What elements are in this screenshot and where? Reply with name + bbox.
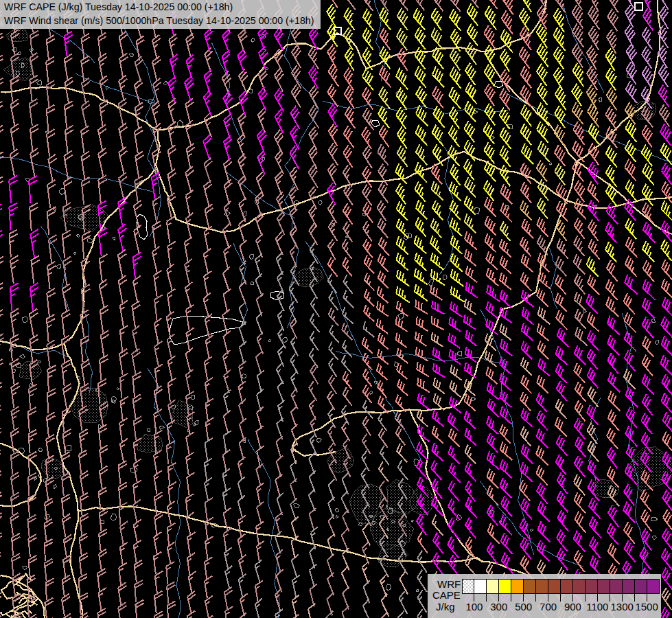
svg-text:WRF CAPE (J/kg) Tuesday 14-10-: WRF CAPE (J/kg) Tuesday 14-10-2025 00:00… (4, 1, 233, 12)
svg-text:500: 500 (515, 601, 532, 613)
svg-text:J/kg: J/kg (436, 601, 455, 613)
svg-text:1300: 1300 (611, 601, 634, 613)
svg-text:900: 900 (564, 601, 581, 613)
svg-text:100: 100 (465, 601, 483, 613)
svg-text:WRF: WRF (437, 578, 461, 590)
svg-text:CAPE: CAPE (432, 589, 461, 601)
svg-text:300: 300 (490, 601, 507, 613)
svg-text:1100: 1100 (586, 601, 608, 613)
svg-text:700: 700 (540, 601, 557, 613)
svg-text:WRF Wind shear (m/s) 500/1000h: WRF Wind shear (m/s) 500/1000hPa Tuesday… (4, 15, 314, 26)
svg-text:1500: 1500 (635, 601, 658, 613)
